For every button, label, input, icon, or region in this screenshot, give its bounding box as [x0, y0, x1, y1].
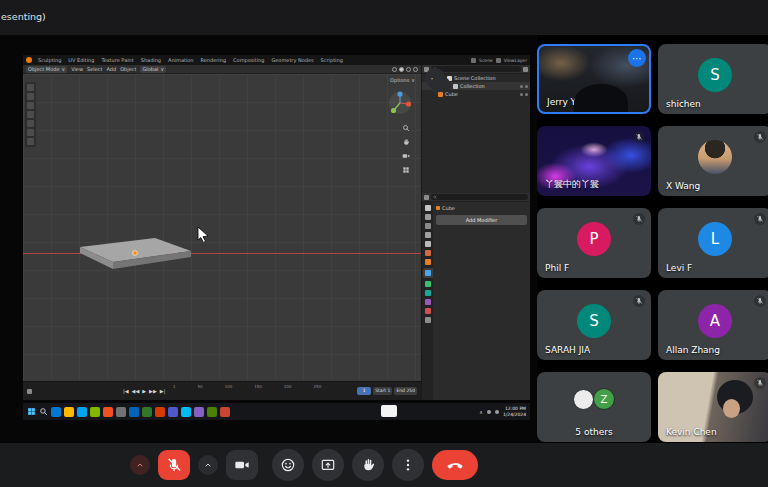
screenshare-stage[interactable]: Sculpting UV Editing Texture Paint Shadi…	[0, 35, 537, 443]
texture-tab-icon[interactable]	[425, 317, 431, 323]
prev-keyframe-button[interactable]: ◀◀	[132, 388, 140, 394]
outliner-search-input[interactable]	[431, 66, 521, 72]
orientation-dropdown[interactable]: Global∨	[140, 66, 166, 73]
cube-object[interactable]	[75, 229, 205, 279]
participant-tile[interactable]: L Levi F	[658, 208, 768, 278]
raise-hand-button[interactable]	[352, 449, 384, 481]
filter-icon[interactable]	[523, 67, 528, 72]
workspace-tab[interactable]: Sculpting	[35, 56, 64, 65]
workspace-tab[interactable]: Animation	[165, 56, 197, 65]
add-modifier-button[interactable]: Add Modifier	[436, 215, 527, 225]
timeline-editor[interactable]: |◀ ◀◀ ▶ ▶▶ ▶| 150 100150 200250 1 Start …	[23, 381, 421, 400]
world-tab-icon[interactable]	[425, 250, 431, 256]
taskbar-app-icon[interactable]	[168, 407, 178, 417]
tile-options-button[interactable]: ⋯	[628, 49, 646, 67]
camera-view-icon[interactable]	[402, 152, 410, 160]
pan-hand-icon[interactable]	[402, 138, 410, 146]
output-tab-icon[interactable]	[425, 223, 431, 229]
tool-tab-icon[interactable]	[425, 205, 431, 211]
viewport-nav-icons	[402, 124, 410, 174]
reactions-button[interactable]	[272, 449, 304, 481]
outliner-row[interactable]: Cube	[422, 90, 530, 98]
object-tab-icon[interactable]	[425, 259, 431, 265]
visibility-icons[interactable]	[520, 93, 528, 96]
taskbar-app-icon[interactable]	[207, 407, 217, 417]
participant-tile[interactable]: A Allan Zhang	[658, 290, 768, 360]
overflow-tile[interactable]: Z 5 others	[537, 372, 651, 442]
workspace-tab[interactable]: Rendering	[198, 56, 230, 65]
properties-search-input[interactable]	[431, 194, 528, 200]
blender-3d-viewport[interactable]: Options∨	[23, 74, 421, 381]
taskbar-app-icon[interactable]	[129, 407, 139, 417]
physics-tab-icon[interactable]	[425, 290, 431, 296]
taskbar-search-icon[interactable]	[39, 407, 48, 416]
shading-mode-icons[interactable]	[392, 67, 418, 72]
mode-dropdown[interactable]: Object Mode∨	[26, 66, 67, 73]
camera-button[interactable]	[226, 450, 258, 480]
visibility-icons[interactable]	[520, 85, 528, 88]
participant-tile[interactable]: P Phil F	[537, 208, 651, 278]
menu-select[interactable]: Select	[87, 66, 102, 72]
menu-add[interactable]: Add	[106, 66, 116, 72]
participant-tile[interactable]: S shichen	[658, 44, 768, 114]
taskbar-app-icon[interactable]	[181, 407, 191, 417]
workspace-tab[interactable]: Shading	[138, 56, 164, 65]
volume-tray-icon[interactable]	[495, 410, 499, 414]
jump-end-button[interactable]: ▶|	[160, 388, 166, 394]
render-tab-icon[interactable]	[425, 214, 431, 220]
options-dropdown[interactable]: Options∨	[390, 77, 415, 83]
call-controls	[130, 443, 478, 487]
workspace-tab[interactable]: UV Editing	[65, 56, 97, 65]
workspace-tab[interactable]: Compositing	[230, 56, 267, 65]
workspace-tab[interactable]: Texture Paint	[98, 56, 136, 65]
windows-start-button[interactable]	[27, 407, 36, 416]
properties-editor-icon[interactable]	[424, 195, 429, 200]
taskbar-widget[interactable]	[381, 405, 397, 417]
zoom-icon[interactable]	[402, 124, 410, 132]
mic-options-caret[interactable]	[130, 455, 150, 475]
taskbar-app-icon[interactable]	[142, 407, 152, 417]
viewlayer-tab-icon[interactable]	[425, 232, 431, 238]
taskbar-clock[interactable]: 12:00 PM 1/24/2024	[503, 406, 526, 417]
next-keyframe-button[interactable]: ▶▶	[149, 388, 157, 394]
participant-tile[interactable]: Kevin Chen	[658, 372, 768, 442]
outliner-row[interactable]: ▾ Collection	[422, 82, 530, 90]
present-button[interactable]	[312, 449, 344, 481]
menu-view[interactable]: View	[71, 66, 83, 72]
taskbar-app-icon[interactable]	[51, 407, 61, 417]
participant-tile[interactable]: X Wang	[658, 126, 768, 196]
workspace-tab[interactable]: Scripting	[318, 56, 346, 65]
camera-options-caret[interactable]	[198, 455, 218, 475]
play-button[interactable]: ▶	[142, 388, 146, 394]
taskbar-app-icon[interactable]	[77, 407, 87, 417]
hidden-icons-chevron[interactable]: ∧	[479, 409, 483, 415]
end-call-button[interactable]	[432, 450, 478, 480]
scene-tab-icon[interactable]	[425, 241, 431, 247]
modifiers-tab-active[interactable]	[423, 268, 433, 278]
mic-mute-button[interactable]	[158, 450, 190, 480]
participant-tile[interactable]: 丫鬟中的丫鬟	[537, 126, 651, 196]
taskbar-app-icon[interactable]	[103, 407, 113, 417]
more-options-button[interactable]	[392, 449, 424, 481]
menu-object[interactable]: Object	[120, 66, 136, 72]
taskbar-app-icon[interactable]	[116, 407, 126, 417]
jump-start-button[interactable]: |◀	[123, 388, 129, 394]
view-gizmo[interactable]	[387, 90, 413, 116]
taskbar-app-icon[interactable]	[64, 407, 74, 417]
taskbar-app-icon[interactable]	[220, 407, 230, 417]
taskbar-app-icon[interactable]	[194, 407, 204, 417]
taskbar-app-icon[interactable]	[90, 407, 100, 417]
workspace-tab[interactable]: Geometry Nodes	[268, 56, 316, 65]
ortho-grid-icon[interactable]	[402, 166, 410, 174]
material-tab-icon[interactable]	[425, 308, 431, 314]
viewport-toolbar[interactable]	[25, 82, 36, 147]
participant-tile[interactable]: S SARAH JIA	[537, 290, 651, 360]
network-tray-icon[interactable]	[487, 410, 491, 414]
participant-tile[interactable]: ⋯ Jerry Yang	[537, 44, 651, 114]
data-tab-icon[interactable]	[425, 281, 431, 287]
frame-start-field[interactable]: Start 1	[373, 387, 392, 395]
frame-end-field[interactable]: End 250	[394, 387, 417, 395]
constraints-tab-icon[interactable]	[425, 299, 431, 305]
scene-selectors[interactable]: Scene ViewLayer	[471, 58, 527, 63]
taskbar-app-icon[interactable]	[155, 407, 165, 417]
